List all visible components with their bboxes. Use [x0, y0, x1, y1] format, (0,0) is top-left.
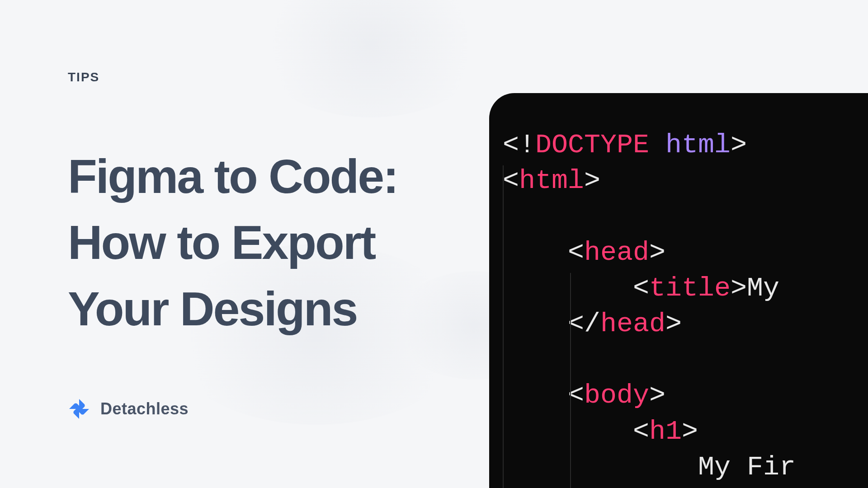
brand-logo-icon	[68, 398, 90, 420]
brand-badge: Detachless	[68, 398, 189, 420]
code-panel: <!DOCTYPE html> <html> <head> <title>My …	[489, 93, 868, 488]
category-label: TIPS	[68, 70, 470, 84]
brand-name: Detachless	[100, 399, 189, 418]
left-column: TIPS Figma to Code: How to Export Your D…	[68, 70, 470, 342]
code-snippet: <!DOCTYPE html> <html> <head> <title>My …	[503, 127, 868, 485]
indent-guide	[503, 165, 504, 488]
indent-guide	[570, 273, 571, 488]
page-headline: Figma to Code: How to Export Your Design…	[68, 143, 470, 342]
